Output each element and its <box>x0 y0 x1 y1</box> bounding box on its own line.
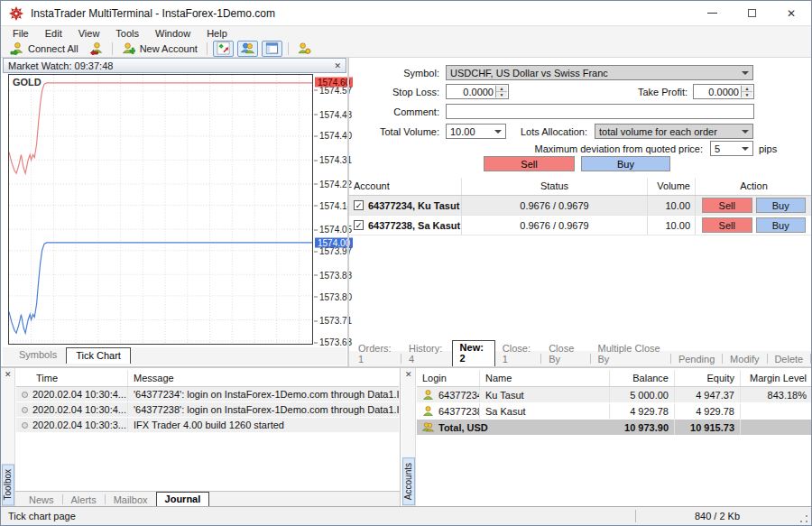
take-profit-stepper[interactable]: ▲▼ <box>741 86 752 97</box>
account-checkbox[interactable] <box>354 200 364 210</box>
accounts-total-row: Total, USD 10 973.90 10 915.73 <box>417 420 812 436</box>
stop-loss-value: 0.0000 <box>463 87 494 97</box>
col-balance: Balance <box>610 370 675 386</box>
account-name: 64377238, Sa Kasut <box>368 220 460 231</box>
volume-cell: 10.00 <box>648 216 696 235</box>
lots-allocation-select[interactable]: total volume for each order <box>595 124 753 139</box>
balance-cell: 4 929.78 <box>610 403 675 419</box>
accounts-table: Login Name Balance Equity Margin Level 6… <box>417 370 812 436</box>
buy-all-button[interactable]: Buy <box>581 156 670 171</box>
name-cell: Sa Kasut <box>480 403 610 419</box>
tab-news[interactable]: News <box>21 494 62 507</box>
tab-multiple-close-by[interactable]: Multiple Close By <box>591 342 670 366</box>
status-cell: 0.9676 / 0.9679 <box>462 216 648 235</box>
message-cell: IFX Trader 4.00 build 1260 started <box>128 418 399 432</box>
equity-cell: 4 929.78 <box>675 403 741 419</box>
take-profit-input[interactable]: 0.0000 ▲▼ <box>693 84 754 99</box>
order-grid-row[interactable]: 64377234, Ku Tasut 0.9676 / 0.9679 10.00… <box>349 196 812 216</box>
stop-loss-stepper[interactable]: ▲▼ <box>495 86 507 97</box>
journal-row[interactable]: 2020.02.04 10:30:3... IFX Trader 4.00 bu… <box>16 418 399 433</box>
lots-allocation-value: total volume for each order <box>599 126 717 137</box>
menu-window[interactable]: Window <box>147 28 198 39</box>
menu-tools[interactable]: Tools <box>107 28 147 39</box>
time-cell: 2020.02.04 10:30:4... <box>16 402 128 417</box>
stop-loss-input[interactable]: 0.0000 ▲▼ <box>446 84 509 99</box>
name-cell: Ku Tasut <box>480 387 610 402</box>
message-cell: '64377238': login on InstaForex-1Demo.co… <box>128 402 399 417</box>
menu-edit[interactable]: Edit <box>37 28 70 39</box>
tick-chart-plot <box>9 75 312 344</box>
market-watch-header: Market Watch: 09:37:48 ✕ <box>3 58 346 73</box>
market-watch-icon <box>217 42 230 55</box>
accounts-close-icon[interactable]: ✕ <box>405 370 412 379</box>
tab-symbols[interactable]: Symbols <box>10 347 66 363</box>
log-entry-icon <box>22 407 28 413</box>
disconnect-all-button[interactable] <box>84 41 108 57</box>
tab-modify[interactable]: Modify <box>723 353 766 366</box>
tab-mailbox[interactable]: Mailbox <box>106 494 156 507</box>
col-action: Action <box>696 178 812 195</box>
menu-help[interactable]: Help <box>198 28 235 39</box>
accounts-toggle-button[interactable] <box>237 41 258 57</box>
tab-close[interactable]: Close: 1 <box>495 342 540 366</box>
account-checkbox[interactable] <box>354 220 364 230</box>
sell-all-button[interactable]: Sell <box>484 156 575 171</box>
account-row[interactable]: 64377234 Ku Tasut 5 000.00 4 947.37 843.… <box>417 387 812 403</box>
take-profit-label: Take Profit: <box>579 87 687 97</box>
volume-cell: 10.00 <box>648 196 696 215</box>
row-buy-button[interactable]: Buy <box>756 217 807 233</box>
journal-row[interactable]: 2020.02.04 10:30:4... '64377234': login … <box>16 387 399 402</box>
col-status: Status <box>462 178 648 195</box>
balance-cell: 5 000.00 <box>610 387 675 402</box>
accounts-header: Login Name Balance Equity Margin Level <box>417 370 812 387</box>
window-title: InstaTrader MultiTerminal - InstaForex-1… <box>31 7 275 20</box>
account-cell: 64377238, Sa Kasut <box>349 216 462 235</box>
journal-header: Time Message <box>16 370 399 387</box>
menu-file[interactable]: File <box>5 28 37 39</box>
menu-view[interactable]: View <box>70 28 108 39</box>
tab-delete[interactable]: Delete <box>767 353 810 366</box>
market-watch-toggle-button[interactable] <box>213 41 234 57</box>
status-text: Tick chart page <box>1 511 635 521</box>
tab-orders[interactable]: Orders: 1 <box>351 342 401 366</box>
deviation-unit-label: pips <box>759 143 786 154</box>
connect-all-button[interactable]: Connect All <box>5 41 84 57</box>
maximize-icon <box>748 9 756 17</box>
total-label-cell: Total, USD <box>417 420 610 435</box>
order-grid-row[interactable]: 64377238, Sa Kasut 0.9676 / 0.9679 10.00… <box>349 216 812 235</box>
toolbox-vertical-tab[interactable]: Toolbox <box>2 464 14 505</box>
tick-chart[interactable]: GOLD <box>8 74 313 345</box>
col-margin-level: Margin Level <box>741 370 812 386</box>
row-buy-button[interactable]: Buy <box>756 198 807 213</box>
comment-input[interactable] <box>446 104 754 119</box>
account-row[interactable]: 64377238 Sa Kasut 4 929.78 4 929.78 <box>417 403 812 420</box>
layout-panel-icon <box>265 42 279 55</box>
account-name: 64377234, Ku Tasut <box>368 200 459 211</box>
symbol-select[interactable]: USDCHF, US Dollar vs Swiss Franc <box>446 65 753 80</box>
toolbar-separator <box>112 42 113 55</box>
market-watch-title: Market Watch: 09:37:48 <box>8 60 334 71</box>
toolbox-close-icon[interactable]: ✕ <box>5 370 12 379</box>
account-cell: 64377234, Ku Tasut <box>349 196 462 215</box>
new-account-button[interactable]: New Account <box>116 41 203 57</box>
total-volume-value: 10.00 <box>450 126 475 137</box>
account-settings-button[interactable] <box>292 41 317 57</box>
spin-down-icon: ▼ <box>742 91 752 97</box>
tab-history[interactable]: History: 4 <box>401 342 452 366</box>
accounts-vertical-tab[interactable]: Accounts <box>402 457 415 505</box>
row-sell-button[interactable]: Sell <box>702 198 752 213</box>
tab-tick-chart[interactable]: Tick Chart <box>66 347 131 364</box>
close-button[interactable]: ✕ <box>773 1 809 25</box>
maximize-button[interactable] <box>734 1 770 25</box>
journal-row[interactable]: 2020.02.04 10:30:4... '64377238': login … <box>16 402 399 418</box>
row-sell-button[interactable]: Sell <box>702 217 752 233</box>
layout-toggle-button[interactable] <box>262 41 282 57</box>
tab-pending[interactable]: Pending <box>671 353 722 366</box>
tab-journal[interactable]: Journal <box>156 492 210 507</box>
tab-close-by[interactable]: Close By <box>541 342 590 366</box>
tab-new[interactable]: New: 2 <box>452 340 495 366</box>
minimize-button[interactable] <box>694 1 730 25</box>
deviation-select[interactable]: 5 <box>710 141 753 156</box>
resize-grip[interactable] <box>798 513 809 524</box>
tab-alerts[interactable]: Alerts <box>63 494 105 507</box>
